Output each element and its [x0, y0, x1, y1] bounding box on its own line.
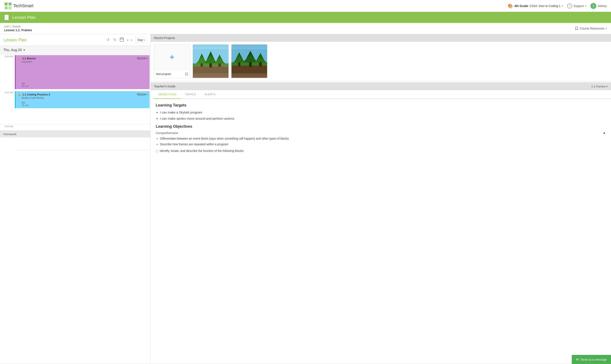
- time-830am: 8:30 AM: [0, 90, 15, 109]
- course-resources-chevron-icon: ▾: [606, 27, 607, 30]
- recent-projects-title: Recent Projects: [154, 36, 175, 40]
- block-footer-blue: 0/6 15 min: [22, 101, 147, 106]
- empty-space: [15, 109, 150, 124]
- current-date: Thu, Aug 24: [3, 48, 22, 52]
- collapse-button[interactable]: ▲: [602, 131, 606, 135]
- objectives-list: Differentiate between an event block (sa…: [156, 136, 606, 147]
- unit-breadcrumb: Unit 1: Skylark: [4, 25, 32, 28]
- logo-text: TechSmart: [13, 3, 34, 8]
- calendar-nav-arrows: ‹ ›: [126, 37, 133, 43]
- project-thumb-new: +: [154, 45, 190, 70]
- support-chevron-icon: ▾: [585, 5, 586, 7]
- projects-grid: + New program ⊡: [151, 42, 611, 81]
- guide-lesson-chevron-icon: ▾: [606, 85, 608, 88]
- block-duration-blue: 15 min: [22, 104, 147, 106]
- project-card-blocks[interactable]: Blocks: Teach ⋮: [193, 44, 229, 78]
- hamburger-button[interactable]: ☰: [4, 14, 9, 20]
- svg-rect-14: [201, 64, 203, 67]
- teach-chevron-icon: ▾: [146, 57, 147, 60]
- learning-targets-title: Learning Targets: [156, 103, 606, 107]
- send-message-label: Send us a message: [580, 358, 607, 361]
- svg-rect-20: [218, 64, 221, 67]
- next-arrow-button[interactable]: ›: [130, 37, 133, 43]
- project-info-blocks: Blocks: Teach ⋮: [193, 78, 229, 78]
- block-subtitle-blue: Student Code Writing: [22, 96, 147, 99]
- block-subtitle-purple: Instruction: [22, 60, 147, 63]
- teachers-guide-section: Teacher's Guide 1.1 Frames ▾ OBJECTIVES …: [151, 82, 611, 363]
- time-empty: [0, 109, 15, 124]
- learning-objectives-title: Learning Objectives: [156, 124, 606, 129]
- guide-lesson-ref: 1.1 Frames: [591, 85, 605, 88]
- time-900am: 9:00 AM: [0, 124, 15, 130]
- left-panel: Lesson Plan ↺ ↻ ‹ › Day: [0, 34, 151, 363]
- forest-image-blocks: [193, 45, 229, 78]
- homework-space: [0, 137, 150, 150]
- block-progress-blue: 0/6: [22, 101, 147, 104]
- date-dropdown-button[interactable]: ▾: [23, 48, 25, 52]
- grade-chevron-icon: ▾: [562, 5, 563, 7]
- course-resources-label: Course Resources: [580, 27, 604, 30]
- learning-targets-section: Learning Targets I can make a Skylark pr…: [156, 103, 606, 121]
- list-item: I can make a Skylark program: [160, 110, 606, 115]
- calendar-area[interactable]: 8:00 AM 🔒 1.1 Blocks TEACH: [0, 54, 150, 363]
- project-card-looks[interactable]: Looks: Teach ⋮: [231, 44, 267, 78]
- homework-label: Homework: [3, 133, 16, 136]
- redo-button[interactable]: ↻: [112, 37, 117, 43]
- teach-label-purple: TEACH: [137, 57, 145, 60]
- right-panel: Recent Projects + New program ⊡: [151, 34, 611, 363]
- block-title-blue: 1.1 Coding Practice 2: [22, 93, 50, 96]
- block-800-container: 🔒 1.1 Blocks TEACH ▾ Instruction: [15, 54, 150, 90]
- user-menu[interactable]: S Sidney: [590, 3, 607, 9]
- user-name: Sidney: [598, 4, 607, 8]
- time-slot-900: 9:00 AM: [0, 124, 150, 131]
- list-item: Describe how frames are repeated within …: [160, 142, 606, 147]
- hw-area: [15, 137, 150, 150]
- tab-alerts[interactable]: ALERTS: [200, 90, 220, 99]
- guide-content[interactable]: Learning Targets I can make a Skylark pr…: [151, 99, 611, 363]
- lesson-block-blue: 🔒 1.1 Coding Practice 2 TEACH ▾ Student …: [15, 91, 150, 108]
- course-name: CS10: Intro to Coding 1: [530, 4, 560, 8]
- block-title-purple: 1.1 Blocks: [22, 57, 36, 60]
- course-resources-button[interactable]: Course Resources ▾: [575, 26, 607, 30]
- learning-objectives-section: Learning Objectives Comprehension ▲ Diff…: [156, 124, 606, 154]
- main-content: Lesson Plan ↺ ↻ ‹ › Day: [0, 34, 611, 363]
- svg-rect-17: [209, 64, 212, 67]
- right-panel-inner: Recent Projects + New program ⊡: [151, 34, 611, 363]
- project-thumb-looks: [232, 45, 267, 78]
- grade-icon: 🎨: [508, 3, 513, 9]
- block-header-purple: 🔒 1.1 Blocks TEACH ▾ Instruction: [18, 57, 147, 63]
- lesson-plan-title: Lesson Plan: [3, 38, 27, 42]
- time-slot-830: 8:30 AM 🔒 1.1 Coding Practice 2 TEACH: [0, 90, 150, 109]
- project-name-new: New program: [156, 73, 171, 76]
- email-icon: ✉: [576, 357, 579, 362]
- project-thumb-blocks: [193, 45, 229, 78]
- toolbar-actions: ↺ ↻ ‹ › Day ▾: [105, 37, 147, 43]
- project-card-new[interactable]: + New program ⊡: [154, 44, 190, 78]
- block-830-container: 🔒 1.1 Coding Practice 2 TEACH ▾ Student …: [15, 90, 150, 109]
- recent-projects-header: Recent Projects: [151, 34, 611, 42]
- project-info-looks: Looks: Teach ⋮: [232, 78, 267, 78]
- tab-objectives[interactable]: OBJECTIVES: [154, 90, 181, 99]
- undo-button[interactable]: ↺: [105, 37, 110, 43]
- comprehension-label: Comprehension ▲: [156, 131, 606, 135]
- guide-lesson-dropdown[interactable]: 1.1 Frames ▾: [591, 85, 608, 88]
- prev-arrow-button[interactable]: ‹: [126, 37, 129, 43]
- send-message-button[interactable]: ✉ Send us a message: [572, 355, 611, 363]
- grade-selector[interactable]: 🎨 4th Grade CS10: Intro to Coding 1 ▾: [508, 3, 563, 9]
- page-title: Lesson Plan: [12, 15, 36, 20]
- breadcrumb: Unit 1: Skylark Lesson 1.1: Frames: [4, 25, 32, 32]
- day-dropdown[interactable]: Day ▾: [135, 37, 147, 43]
- top-nav: T TechSmart 🎨 4th Grade CS10: Intro to C…: [0, 0, 611, 12]
- list-item: I can make sprites move around and perfo…: [160, 116, 606, 121]
- svg-rect-23: [232, 66, 267, 74]
- checkbox-item: ☐ Identify, locate, and describe the fun…: [156, 149, 606, 154]
- support-menu[interactable]: ? Support ▾: [567, 3, 586, 9]
- time-hw: [0, 137, 15, 150]
- bookmark-icon: [575, 26, 579, 30]
- calendar-button[interactable]: [119, 37, 124, 43]
- project-info-new: New program ⊡: [154, 70, 190, 78]
- cast-icon[interactable]: ⊡: [185, 72, 188, 76]
- teach-button-blue[interactable]: TEACH ▾: [137, 93, 147, 96]
- teach-button-purple[interactable]: TEACH ▾: [137, 57, 147, 60]
- tab-topics[interactable]: TOPICS: [181, 90, 200, 99]
